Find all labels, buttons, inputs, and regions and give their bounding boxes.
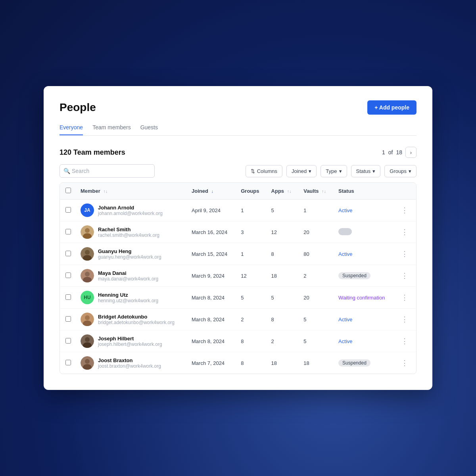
status-label: Status bbox=[356, 168, 371, 174]
row-joined-cell: March 7, 2024 bbox=[187, 352, 236, 374]
sub-header: 120 Team members 1 of 18 › bbox=[60, 147, 416, 158]
row-actions-cell: ⋮ bbox=[395, 221, 416, 243]
row-joined-cell: April 9, 2024 bbox=[187, 200, 236, 221]
avatar bbox=[81, 334, 94, 348]
header-vaults: Vaults ↑↓ bbox=[299, 183, 334, 200]
row-status-cell: Suspended bbox=[334, 265, 395, 287]
row-member-cell: Guanyu Hengguanyu.heng@work4work.org bbox=[76, 243, 187, 265]
row-more-button[interactable]: ⋮ bbox=[399, 358, 410, 368]
search-input[interactable] bbox=[60, 164, 155, 178]
groups-label: Groups bbox=[390, 168, 407, 174]
member-name: Guanyu Heng bbox=[98, 248, 161, 254]
row-apps-cell: 5 bbox=[267, 287, 299, 309]
tab-everyone[interactable]: Everyone bbox=[60, 124, 83, 135]
row-more-button[interactable]: ⋮ bbox=[399, 271, 410, 281]
svg-point-7 bbox=[85, 272, 90, 276]
table-row: Rachel Smithrachel.smith@work4work.orgMa… bbox=[60, 221, 416, 243]
row-joined-cell: March 9, 2024 bbox=[187, 265, 236, 287]
row-checkbox[interactable] bbox=[65, 316, 71, 322]
add-people-button[interactable]: + Add people bbox=[367, 100, 416, 115]
member-name: Rachel Smith bbox=[98, 226, 159, 232]
joined-sort-icon[interactable]: ↓ bbox=[211, 189, 214, 194]
status-badge: Active bbox=[338, 338, 352, 344]
row-vaults-cell: 5 bbox=[299, 330, 334, 352]
columns-label: Columns bbox=[257, 168, 277, 174]
row-checkbox-cell bbox=[60, 221, 76, 243]
type-chevron-icon: ▾ bbox=[339, 168, 342, 174]
row-more-button[interactable]: ⋮ bbox=[399, 227, 410, 237]
row-checkbox[interactable] bbox=[65, 229, 71, 234]
row-checkbox[interactable] bbox=[65, 251, 71, 256]
row-joined-cell: March 15, 2024 bbox=[187, 243, 236, 265]
row-joined-cell: March 8, 2024 bbox=[187, 330, 236, 352]
status-toggle[interactable] bbox=[338, 228, 352, 235]
row-checkbox[interactable] bbox=[65, 207, 71, 213]
table-row: Bridget Adetokunbobridget.adetokunbo@wor… bbox=[60, 309, 416, 330]
row-vaults-cell: 2 bbox=[299, 265, 334, 287]
row-more-button[interactable]: ⋮ bbox=[399, 292, 410, 303]
type-filter-button[interactable]: Type ▾ bbox=[321, 165, 347, 177]
row-vaults-cell: 80 bbox=[299, 243, 334, 265]
apps-sort-icon[interactable]: ↑↓ bbox=[287, 189, 292, 194]
row-groups-cell: 3 bbox=[236, 221, 266, 243]
tab-guests[interactable]: Guests bbox=[140, 124, 158, 135]
table-row: Joseph Hilbertjoseph.hilbert@work4work.o… bbox=[60, 330, 416, 352]
joined-filter-button[interactable]: Joined ▾ bbox=[286, 165, 317, 177]
member-email: johann.arnold@work4work.org bbox=[98, 211, 163, 216]
row-member-cell: Joseph Hilbertjoseph.hilbert@work4work.o… bbox=[76, 330, 187, 352]
row-checkbox[interactable] bbox=[65, 273, 71, 278]
row-checkbox[interactable] bbox=[65, 360, 71, 365]
search-wrap: 🔍 bbox=[60, 164, 155, 178]
vaults-sort-icon[interactable]: ↑↓ bbox=[322, 189, 326, 194]
row-more-button[interactable]: ⋮ bbox=[399, 249, 410, 259]
svg-point-4 bbox=[85, 250, 90, 255]
row-vaults-cell: 5 bbox=[299, 309, 334, 330]
select-all-checkbox[interactable] bbox=[65, 188, 71, 193]
row-checkbox-cell bbox=[60, 243, 76, 265]
main-card: People + Add people Everyone Team member… bbox=[44, 86, 432, 390]
status-badge: Waiting confirmation bbox=[338, 295, 385, 301]
table-header-row: Member ↑↓ Joined ↓ Groups Apps ↑↓ bbox=[60, 183, 416, 200]
row-checkbox[interactable] bbox=[65, 294, 71, 300]
search-icon: 🔍 bbox=[63, 168, 70, 174]
row-apps-cell: 12 bbox=[267, 221, 299, 243]
row-vaults-cell: 18 bbox=[299, 352, 334, 374]
avatar bbox=[81, 356, 94, 370]
row-actions-cell: ⋮ bbox=[395, 287, 416, 309]
row-checkbox-cell bbox=[60, 352, 76, 374]
member-email: joseph.hilbert@work4work.org bbox=[98, 342, 162, 347]
pagination-total: 18 bbox=[396, 149, 402, 155]
groups-filter-button[interactable]: Groups ▾ bbox=[384, 165, 416, 177]
status-badge: Suspended bbox=[338, 272, 370, 279]
status-filter-button[interactable]: Status ▾ bbox=[351, 165, 381, 177]
members-table: Member ↑↓ Joined ↓ Groups Apps ↑↓ bbox=[60, 183, 416, 374]
columns-button[interactable]: ⇅ Columns bbox=[246, 165, 282, 177]
row-apps-cell: 18 bbox=[267, 265, 299, 287]
row-checkbox-cell bbox=[60, 265, 76, 287]
row-status-cell bbox=[334, 221, 395, 243]
row-more-button[interactable]: ⋮ bbox=[399, 336, 410, 346]
groups-chevron-icon: ▾ bbox=[409, 168, 411, 174]
avatar bbox=[81, 247, 94, 261]
member-name: Joseph Hilbert bbox=[98, 336, 162, 342]
row-member-cell: Joost Braxtonjoost.braxton@work4work.org bbox=[76, 352, 187, 374]
avatar bbox=[81, 269, 94, 282]
row-more-button[interactable]: ⋮ bbox=[399, 314, 410, 324]
row-checkbox[interactable] bbox=[65, 338, 71, 344]
member-sort-icon[interactable]: ↑↓ bbox=[103, 189, 107, 194]
table-row: JAJohann Arnoldjohann.arnold@work4work.o… bbox=[60, 200, 416, 221]
members-table-wrap: Member ↑↓ Joined ↓ Groups Apps ↑↓ bbox=[60, 182, 416, 374]
row-groups-cell: 1 bbox=[236, 200, 266, 221]
row-member-cell: JAJohann Arnoldjohann.arnold@work4work.o… bbox=[76, 200, 187, 221]
row-groups-cell: 8 bbox=[236, 352, 266, 374]
header-member: Member ↑↓ bbox=[76, 183, 187, 200]
row-groups-cell: 5 bbox=[236, 287, 266, 309]
pagination-current: 1 bbox=[382, 149, 385, 155]
member-email: henning.utz@work4work.org bbox=[98, 298, 158, 303]
member-name: Johann Arnold bbox=[98, 205, 163, 211]
row-more-button[interactable]: ⋮ bbox=[399, 205, 410, 215]
pagination-next-button[interactable]: › bbox=[405, 147, 416, 158]
row-member-cell: Rachel Smithrachel.smith@work4work.org bbox=[76, 221, 187, 243]
tab-team-members[interactable]: Team members bbox=[92, 124, 131, 135]
row-apps-cell: 8 bbox=[267, 243, 299, 265]
